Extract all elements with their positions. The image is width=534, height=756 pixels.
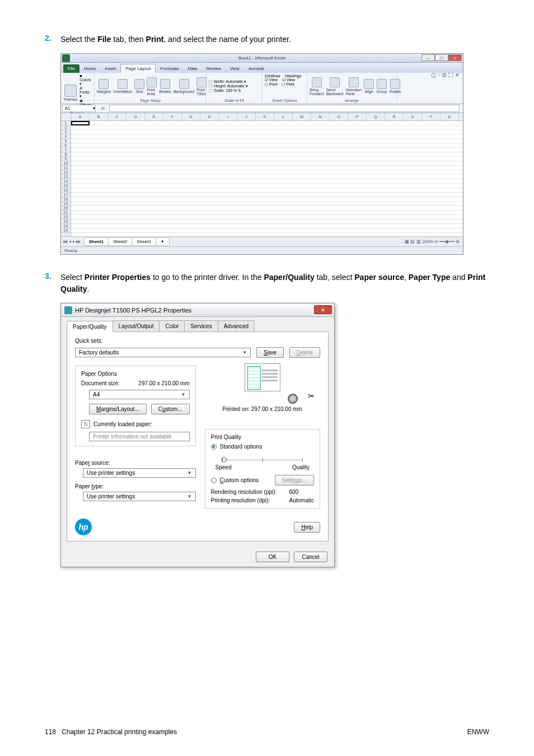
new-sheet-button[interactable]: ✦ <box>156 237 170 246</box>
row-header[interactable]: 22 <box>61 215 71 220</box>
grid-row[interactable] <box>71 228 463 233</box>
col-header[interactable]: G <box>182 113 200 120</box>
tab-view[interactable]: View <box>226 64 244 73</box>
custom-button[interactable]: Custom... <box>151 404 190 414</box>
minimize-button[interactable]: – <box>421 54 435 61</box>
formula-input[interactable] <box>109 105 460 112</box>
grid-row[interactable] <box>71 215 463 220</box>
col-header[interactable]: T <box>422 113 441 120</box>
row-header[interactable]: 14 <box>61 179 71 184</box>
tab-color[interactable]: Color <box>159 320 185 332</box>
col-header[interactable]: E <box>145 113 163 120</box>
printer-info-combo[interactable]: Printer information not available <box>89 432 190 441</box>
row-header[interactable]: 25 <box>61 228 71 233</box>
col-header[interactable]: U <box>441 113 459 120</box>
col-header[interactable]: S <box>404 113 422 120</box>
tab-review[interactable]: Review <box>202 64 225 73</box>
row-header[interactable]: 5 <box>61 139 71 143</box>
col-header[interactable]: O <box>330 113 348 120</box>
tab-file[interactable]: File <box>63 64 79 73</box>
col-header[interactable]: J <box>237 113 256 120</box>
zoom-slider[interactable]: ━━◉━━ <box>439 239 455 244</box>
tab-acrobat[interactable]: Acrobat <box>244 64 269 73</box>
grid-row[interactable] <box>71 139 463 143</box>
row-header[interactable]: 19 <box>61 202 71 206</box>
settings-button[interactable]: Settings... <box>275 475 314 486</box>
grid-row[interactable] <box>71 170 463 175</box>
cancel-button[interactable]: Cancel <box>294 552 327 562</box>
row-header[interactable]: 11 <box>61 166 71 170</box>
background-icon[interactable] <box>179 79 189 89</box>
maximize-button[interactable]: □ <box>435 54 448 61</box>
col-header[interactable]: P <box>348 113 367 120</box>
grid-row[interactable] <box>71 175 463 179</box>
standard-options-radio[interactable]: Standard options <box>211 444 314 450</box>
grid-row[interactable] <box>71 184 463 188</box>
dialog-close-button[interactable]: ✕ <box>314 305 332 314</box>
grid-row[interactable] <box>71 220 463 224</box>
row-header[interactable]: 16 <box>61 188 71 193</box>
grid-row[interactable] <box>71 188 463 193</box>
col-header[interactable]: C <box>108 113 127 120</box>
row-header[interactable]: 18 <box>61 197 71 202</box>
col-header[interactable]: R <box>385 113 404 120</box>
zoom-in-icon[interactable]: ⊕ <box>456 239 460 244</box>
tab-advanced[interactable]: Advanced <box>218 320 255 332</box>
row-header[interactable]: 13 <box>61 175 71 179</box>
grid-row[interactable] <box>71 193 463 197</box>
close-button[interactable]: × <box>448 54 462 61</box>
col-header[interactable]: A <box>71 113 90 120</box>
row-header[interactable]: 24 <box>61 224 71 228</box>
paper-type-combo[interactable]: Use printer settings▼ <box>83 492 196 501</box>
row-header[interactable]: 8 <box>61 152 71 157</box>
row-header[interactable]: 17 <box>61 193 71 197</box>
row-header[interactable]: 7 <box>61 148 71 152</box>
tab-formulas[interactable]: Formulas <box>156 64 183 73</box>
view-icons[interactable]: ▦ ▤ ▥ <box>405 239 420 244</box>
row-header[interactable]: 1 <box>61 121 71 125</box>
row-header[interactable]: 12 <box>61 170 71 175</box>
tab-paper-quality[interactable]: Paper/Quality <box>67 321 113 332</box>
margins-layout-button[interactable]: Margins/Layout... <box>89 404 147 414</box>
row-header[interactable]: 9 <box>61 157 71 161</box>
name-box[interactable]: A1▾ <box>62 105 96 112</box>
save-button[interactable]: Save <box>256 347 284 358</box>
orientation-icon[interactable] <box>118 79 128 89</box>
zoom-out-icon[interactable]: ⊖ <box>434 239 438 244</box>
print-area-icon[interactable] <box>147 77 157 87</box>
row-header[interactable]: 10 <box>61 161 71 166</box>
col-header[interactable]: N <box>311 113 330 120</box>
grid-row[interactable] <box>71 211 463 215</box>
grid-row[interactable] <box>71 130 463 134</box>
row-header[interactable]: 20 <box>61 206 71 211</box>
col-header[interactable]: H <box>200 113 219 120</box>
row-header[interactable]: 15 <box>61 184 71 188</box>
col-header[interactable]: L <box>274 113 293 120</box>
grid-row[interactable] <box>71 152 463 157</box>
print-titles-icon[interactable] <box>196 77 207 87</box>
breaks-icon[interactable] <box>160 79 170 89</box>
tab-page-layout[interactable]: Page Layout <box>120 64 156 73</box>
col-header[interactable]: B <box>90 113 108 120</box>
grid-row[interactable] <box>71 134 463 139</box>
rotate-icon[interactable] <box>390 79 400 89</box>
grid-row[interactable] <box>71 224 463 228</box>
grid-row[interactable] <box>71 166 463 170</box>
ok-button[interactable]: OK <box>256 552 289 562</box>
refresh-icon[interactable]: ↻ <box>81 420 90 428</box>
row-header[interactable]: 2 <box>61 125 71 130</box>
grid-row[interactable] <box>71 206 463 211</box>
col-header[interactable]: F <box>163 113 182 120</box>
grid-row[interactable] <box>71 157 463 161</box>
paper-size-combo[interactable]: A4▼ <box>89 390 190 399</box>
selection-pane-icon[interactable] <box>349 77 359 87</box>
sheet-tab-1[interactable]: Sheet1 <box>84 237 109 246</box>
tab-data[interactable]: Data <box>184 64 202 73</box>
quicksets-combo[interactable]: Factory defaults▼ <box>75 348 251 357</box>
delete-button[interactable]: Delete <box>289 347 320 358</box>
col-header[interactable]: M <box>293 113 311 120</box>
row-header[interactable]: 3 <box>61 130 71 134</box>
row-header[interactable]: 4 <box>61 134 71 139</box>
tab-home[interactable]: Home <box>79 64 100 73</box>
grid-row[interactable] <box>71 202 463 206</box>
